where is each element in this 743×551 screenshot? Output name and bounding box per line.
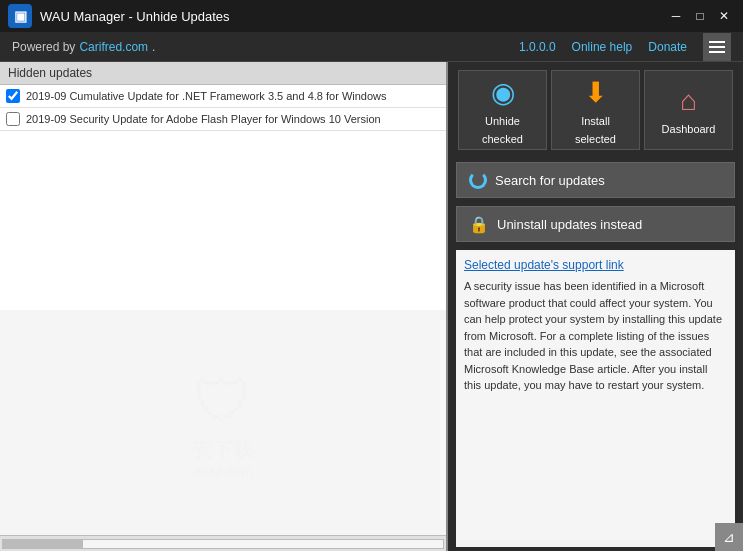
hidden-updates-header: Hidden updates [0, 62, 446, 85]
search-updates-button[interactable]: Search for updates [456, 162, 735, 198]
hamburger-line-1 [709, 41, 725, 43]
window-title: WAU Manager - Unhide Updates [40, 9, 230, 24]
scrollbar-thumb[interactable] [3, 540, 83, 548]
watermark: 🛡 安下载 anxz.com [193, 367, 253, 479]
dashboard-button[interactable]: ⌂ Dashboard [644, 70, 733, 150]
support-description: A security issue has been identified in … [464, 278, 727, 394]
unhide-label-line2: checked [482, 133, 523, 145]
resize-handle[interactable]: ⊿ [715, 523, 743, 551]
update-text-2: 2019-09 Security Update for Adobe Flash … [26, 113, 381, 125]
search-spinner-icon [469, 171, 487, 189]
scrollbar-area[interactable] [0, 535, 446, 551]
resize-icon: ⊿ [723, 529, 735, 545]
help-link[interactable]: Online help [572, 40, 633, 54]
update-checkbox-2[interactable] [6, 112, 20, 126]
uninstall-updates-button[interactable]: 🔒 Uninstall updates instead [456, 206, 735, 242]
main-content: Hidden updates 2019-09 Cumulative Update… [0, 62, 743, 551]
uninstall-label: Uninstall updates instead [497, 217, 642, 232]
watermark-area: 🛡 安下载 anxz.com [0, 310, 446, 535]
support-link[interactable]: Selected update's support link [464, 258, 727, 272]
support-area: Selected update's support link A securit… [456, 250, 735, 547]
minimize-button[interactable]: ─ [665, 6, 687, 26]
install-selected-button[interactable]: ⬇ Install selected [551, 70, 640, 150]
update-checkbox-1[interactable] [6, 89, 20, 103]
hamburger-button[interactable] [703, 33, 731, 61]
action-buttons: ◉ Unhide checked ⬇ Install selected ⌂ Da… [448, 62, 743, 158]
unhide-label-line1: Unhide [485, 115, 520, 127]
title-bar: ▣ WAU Manager - Unhide Updates ─ □ ✕ [0, 0, 743, 32]
version-link[interactable]: 1.0.0.0 [519, 40, 556, 54]
hamburger-line-2 [709, 46, 725, 48]
donate-link[interactable]: Donate [648, 40, 687, 54]
carifred-link[interactable]: Carifred.com [79, 40, 148, 54]
eye-icon: ◉ [491, 76, 515, 109]
left-panel: Hidden updates 2019-09 Cumulative Update… [0, 62, 448, 551]
update-list: 2019-09 Cumulative Update for .NET Frame… [0, 85, 446, 310]
scrollbar-track [2, 539, 444, 549]
title-bar-left: ▣ WAU Manager - Unhide Updates [8, 4, 230, 28]
install-label-line1: Install [581, 115, 610, 127]
right-panel: ◉ Unhide checked ⬇ Install selected ⌂ Da… [448, 62, 743, 551]
dashboard-label: Dashboard [662, 123, 716, 135]
update-text-1: 2019-09 Cumulative Update for .NET Frame… [26, 90, 387, 102]
subtitle-bar: Powered by Carifred.com . 1.0.0.0 Online… [0, 32, 743, 62]
list-item[interactable]: 2019-09 Cumulative Update for .NET Frame… [0, 85, 446, 108]
powered-by-text: Powered by [12, 40, 75, 54]
list-item[interactable]: 2019-09 Security Update for Adobe Flash … [0, 108, 446, 131]
download-icon: ⬇ [584, 76, 607, 109]
subtitle-left: Powered by Carifred.com . [12, 40, 155, 54]
window-controls: ─ □ ✕ [665, 6, 735, 26]
maximize-button[interactable]: □ [689, 6, 711, 26]
hamburger-line-3 [709, 51, 725, 53]
app-icon: ▣ [8, 4, 32, 28]
subtitle-suffix: . [152, 40, 155, 54]
search-label: Search for updates [495, 173, 605, 188]
lock-icon: 🔒 [469, 215, 489, 234]
unhide-checked-button[interactable]: ◉ Unhide checked [458, 70, 547, 150]
home-icon: ⌂ [680, 85, 697, 117]
install-label-line2: selected [575, 133, 616, 145]
close-button[interactable]: ✕ [713, 6, 735, 26]
subtitle-right: 1.0.0.0 Online help Donate [519, 33, 731, 61]
